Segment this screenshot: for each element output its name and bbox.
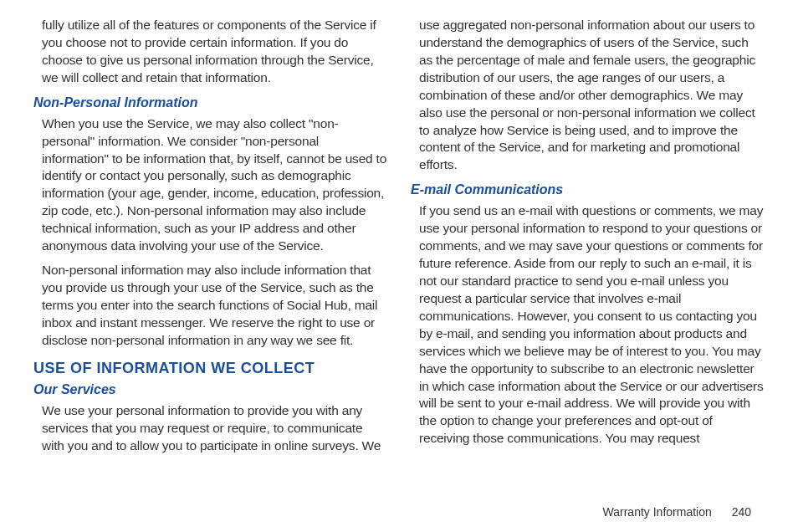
right-column: use aggregated non-personal information …	[411, 17, 765, 494]
left-column: fully utilize all of the features or com…	[33, 17, 387, 494]
paragraph: If you send us an e-mail with questions …	[411, 202, 765, 448]
paragraph: fully utilize all of the features or com…	[33, 17, 387, 87]
sub-heading-email-communications: E-mail Communications	[411, 182, 765, 197]
sub-heading-our-services: Our Services	[33, 382, 387, 397]
page-footer: Warranty Information 240	[603, 505, 751, 519]
paragraph: When you use the Service, we may also co…	[33, 115, 387, 255]
paragraph: use aggregated non-personal information …	[411, 17, 765, 174]
page-number: 240	[732, 505, 751, 519]
section-heading-use-of-information: USE OF INFORMATION WE COLLECT	[33, 360, 387, 377]
paragraph: We use your personal information to prov…	[33, 402, 387, 455]
sub-heading-non-personal: Non-Personal Information	[33, 95, 387, 110]
page-columns: fully utilize all of the features or com…	[33, 17, 765, 494]
paragraph: Non-personal information may also includ…	[33, 262, 387, 350]
footer-section-label: Warranty Information	[603, 505, 712, 519]
